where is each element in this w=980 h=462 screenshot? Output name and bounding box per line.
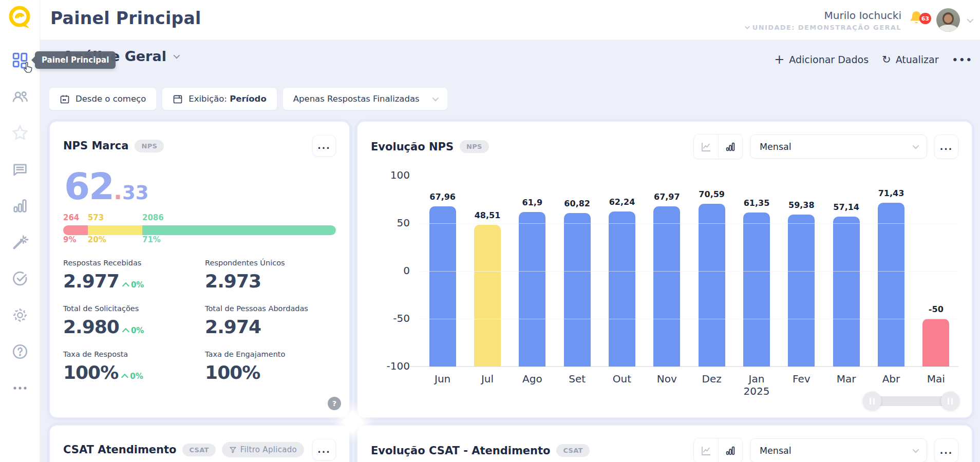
line-chart-toggle-button[interactable] [694,134,718,159]
question-circle-icon [11,343,29,360]
stat-unique-respondents: Respondentes Únicos 2.973 [205,259,336,292]
sidebar-item-tasks[interactable] [10,269,30,288]
segment-count-label: 2086 [142,213,164,222]
bar-chart-toggle-button[interactable] [718,134,742,159]
ellipsis-icon [12,386,28,391]
sidebar-item-automation[interactable] [10,233,30,252]
sidebar-item-help[interactable] [10,342,30,361]
stat-total-requests: Total de Solicitações 2.980 0% [63,304,205,337]
bar-value-label: 70,59 [689,189,734,199]
delta-up-indicator: 0% [124,326,144,335]
distribution-segment [142,225,336,235]
chart-bar-Mai [922,319,949,367]
filter-bar: Desde o começo Exibição: Período Apenas … [49,87,448,110]
nps-score: 62.33 [64,168,336,205]
section-header: Análise Geral Painel Principal + Adicion… [40,40,980,70]
user-menu[interactable]: Murilo Iochucki UNIDADE: DEMONSTRAÇÃO GE… [745,0,972,40]
chart-bar-Out [609,211,635,367]
sidebar-item-more[interactable] [10,378,30,398]
stat-people-approached: Total de Pessoas Abordadas 2.974 [205,304,336,337]
unit-selector[interactable]: UNIDADE: DEMONSTRAÇÃO GERAL [745,24,901,31]
nps-badge: NPS [135,140,164,152]
slider-handle-left[interactable] [863,392,881,410]
display-mode-filter[interactable]: Exibição: Período [162,87,277,110]
card-title: CSAT Atendimento [63,444,176,456]
x-axis-label: Jun [420,373,465,385]
card-title: Evolução NPS [371,141,454,153]
distribution-segment [63,225,88,235]
segment-count-label: 264 [63,213,79,222]
refresh-button[interactable]: ↻ Atualizar [882,54,938,65]
caret-up-icon [121,374,128,381]
x-axis-label: Nov [645,373,689,385]
card-help-button[interactable]: ? [328,397,341,410]
notification-count-badge: 63 [919,13,931,24]
toolbar-more-button[interactable]: ••• [952,54,973,65]
x-axis-label: Mar [824,373,869,385]
card-more-button[interactable]: ... [934,438,958,462]
nps-distribution-counts: 2645732086 [63,213,336,225]
y-axis-tick: 100 [373,169,410,181]
calendar-icon [173,94,183,104]
sidebar-item-reports[interactable] [10,196,30,216]
sidebar-item-favorites[interactable] [10,123,30,143]
chart-type-toggle [693,438,743,462]
user-name: Murilo Iochucki [745,9,901,22]
sidebar-item-contacts[interactable] [10,87,30,106]
period-select[interactable]: Mensal [750,134,927,159]
segment-percent-label: 9% [63,235,76,244]
x-axis-label: Abr [869,373,913,385]
chart-bar-Abr [878,203,904,367]
slider-handle-right[interactable] [941,392,959,410]
x-axis-label: Fev [779,373,824,385]
x-axis-label: Ago [510,373,555,385]
csat-badge: CSAT [182,444,215,456]
unit-label: UNIDADE: DEMONSTRAÇÃO GERAL [752,24,901,31]
bar-chart-toggle-button[interactable] [718,438,742,462]
nps-brand-card: NPS Marca NPS ... 62.33 2645732086 9%20%… [49,121,350,418]
chart-bar-Set [564,213,591,367]
bar-value-label: 62,24 [599,197,644,207]
segment-count-label: 573 [88,213,104,222]
gridline-overlay [420,223,958,224]
chart-bar-Mar [833,217,860,367]
delta-up-indicator: 0% [123,372,143,381]
csat-card: CSAT Atendimento CSAT Filtro Aplicado ..… [49,425,350,462]
bar-value-label: 67,97 [645,192,689,202]
toolbar-actions: + Adicionar Dados ↻ Atualizar ••• [774,53,973,66]
line-chart-icon [700,445,712,457]
nps-evolution-chart: 67,96Jun48,51Jul61,9Ago60,82Set62,24Out6… [373,176,958,367]
sidebar-item-responses[interactable] [10,160,30,179]
check-circle-icon [11,270,29,287]
avatar[interactable] [936,8,960,32]
user-menu-chevron-icon[interactable] [967,16,974,23]
card-more-button[interactable]: ... [934,134,958,159]
notifications-button[interactable]: 63 [909,10,929,30]
responses-filter-select[interactable]: Apenas Respostas Finalizadas [282,87,448,110]
y-axis-tick: 0 [373,264,410,277]
sidebar [0,0,40,462]
line-chart-toggle-button[interactable] [694,438,718,462]
add-data-button[interactable]: + Adicionar Dados [774,53,869,66]
nps-badge: NPS [460,140,489,153]
card-title: Evolução CSAT - Atendimento [371,445,550,457]
bar-value-label: 67,96 [420,192,465,202]
x-axis-label: Mai [914,373,958,385]
chart-range-slider[interactable] [868,396,954,406]
card-more-button[interactable]: ... [312,439,336,460]
calendar-icon [60,94,70,104]
line-chart-icon [700,141,712,153]
refresh-icon: ↻ [882,54,891,65]
date-range-filter[interactable]: Desde o começo [49,87,157,110]
page-title: Painel Principal [50,8,201,28]
y-axis-tick: -100 [373,360,410,372]
period-select[interactable]: Mensal [750,438,927,462]
people-icon [11,88,29,105]
stat-response-rate: Taxa de Resposta 100% 0% [63,350,205,383]
card-more-button[interactable]: ... [312,135,336,157]
user-info: Murilo Iochucki UNIDADE: DEMONSTRAÇÃO GE… [745,9,901,31]
chart-bar-Dez [699,204,725,367]
chart-bar-Jul [474,225,501,367]
gridline-overlay [420,319,958,319]
sidebar-item-settings[interactable] [10,305,30,325]
